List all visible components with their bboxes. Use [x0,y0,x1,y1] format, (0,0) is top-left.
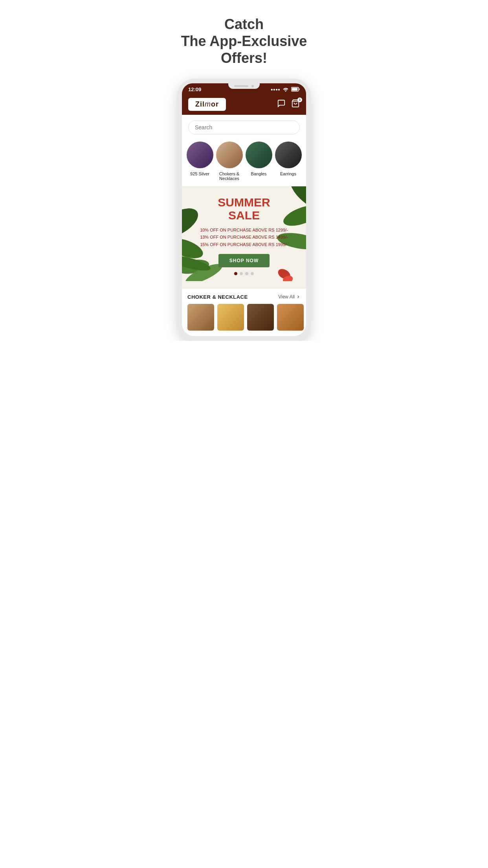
category-chokers-label: Chokers &Necklaces [219,171,239,181]
cart-button[interactable]: 1 [291,99,300,110]
dot-3[interactable] [245,272,248,275]
category-bangles-label: Bangles [251,171,267,176]
sale-offers: 10% OFF ON PURCHASE ABOVE RS 1299/- 13% … [190,226,298,248]
category-earrings-image [275,142,302,168]
search-input[interactable] [188,120,300,134]
app-logo: Zilmor [188,98,226,111]
header-icons: 1 [277,99,300,110]
status-time: 12:09 [188,86,201,92]
product-thumb-2[interactable] [217,304,244,331]
sale-content: SUMMERSALE 10% OFF ON PURCHASE ABOVE RS … [190,196,298,275]
signal-icon: ●●●● [271,87,280,92]
product-thumb-4[interactable] [277,304,304,331]
category-925-silver-label: 925 Silver [190,171,209,176]
speaker [234,85,248,87]
category-earrings-label: Earrings [280,171,296,176]
view-all-button[interactable]: View All [278,294,301,300]
search-container [182,115,306,138]
category-earrings[interactable]: Earrings [274,142,303,181]
phone-notch [228,83,260,89]
choker-section-header: CHOKER & NECKLACE View All [182,289,306,304]
camera [251,85,254,87]
category-925-silver-image [187,142,213,168]
dot-4[interactable] [251,272,254,275]
category-chokers[interactable]: Chokers &Necklaces [215,142,244,181]
cart-badge: 1 [297,97,302,102]
hero-section: CatchThe App-ExclusiveOffers! [169,0,319,79]
dot-2[interactable] [240,272,243,275]
dot-1[interactable] [234,272,237,275]
product-thumb-1[interactable] [187,304,214,331]
view-all-label: View All [278,294,295,300]
hero-title: CatchThe App-ExclusiveOffers! [181,16,307,67]
product-thumb-3[interactable] [247,304,274,331]
category-chokers-image [216,142,243,168]
category-925-silver[interactable]: 925 Silver [186,142,214,181]
messages-button[interactable] [277,99,286,110]
products-row [182,304,306,336]
summer-sale-banner: SUMMERSALE 10% OFF ON PURCHASE ABOVE RS … [182,186,306,289]
shop-now-button[interactable]: SHOP NOW [218,254,270,267]
status-icons: ●●●● [271,87,300,92]
svg-point-12 [282,274,294,281]
category-bangles[interactable]: Bangles [245,142,273,181]
category-bangles-image [246,142,272,168]
svg-rect-1 [292,88,298,91]
categories-row: 925 Silver Chokers &Necklaces Bangles Ea… [182,138,306,186]
banner-dots [190,272,298,275]
wifi-icon [283,87,289,92]
phone-screen: Zilmor 1 [182,94,306,336]
app-header: Zilmor 1 [182,94,306,115]
chevron-right-icon [296,294,301,299]
battery-icon [291,87,300,92]
sale-title: SUMMERSALE [190,196,298,222]
choker-section-title: CHOKER & NECKLACE [187,294,248,300]
phone-frame: 12:09 ●●●● Zilmor [177,79,311,341]
